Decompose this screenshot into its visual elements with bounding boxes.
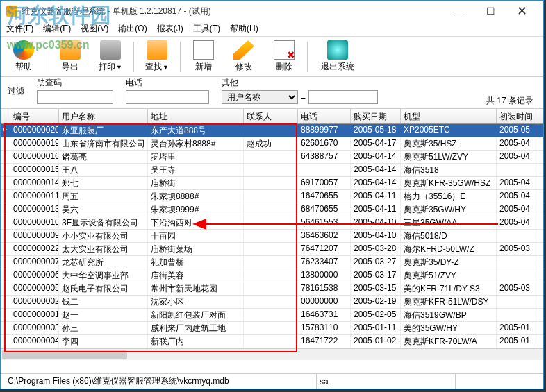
col-inst[interactable]: 初装时间 — [497, 109, 538, 123]
exit-button[interactable]: 退出系统 — [313, 40, 362, 73]
cell-model: 奥克斯35/DY-Z — [401, 256, 497, 269]
cell-model: 海信3518 — [401, 164, 497, 176]
col-tel[interactable]: 电话 — [298, 109, 351, 123]
cell-id: 0000000010 — [10, 216, 59, 229]
cell-contact — [244, 230, 298, 242]
table-row[interactable]: 0000000011周五朱家坝8888#164706552005-04-11格力… — [1, 190, 543, 203]
cell-model: 美的KFR-71L/DY-S3 — [401, 282, 497, 295]
cell-addr: 庙街美容 — [148, 269, 244, 282]
cell-name: 王八 — [59, 164, 148, 176]
export-button[interactable]: 导出 — [53, 40, 88, 73]
table-row[interactable]: 0000000007龙芯研究所礼加曹桥762334072005-03-27奥克斯… — [1, 256, 543, 269]
menu-tools[interactable]: 工具(T) — [193, 23, 220, 35]
cell-addr: 吴王寺 — [148, 164, 244, 176]
window-title: 维克仪器客服管理系统 - 单机版 1.2.120817 - (试用) — [22, 6, 444, 17]
cell-date: 2005-04-10 — [351, 230, 401, 242]
maximize-button[interactable]: ☐ — [475, 1, 506, 21]
edit-button[interactable]: 修改 — [226, 40, 261, 73]
print-button[interactable]: 打印▼ — [93, 40, 128, 73]
add-icon — [193, 40, 214, 60]
cell-id: 0000000016 — [10, 151, 59, 163]
table-row[interactable]: 0000000013吴六朱家坝9999#684706552005-04-11奥克… — [1, 203, 543, 216]
cell-model: 奥克斯35GW/HY — [401, 203, 497, 216]
close-button[interactable]: ✕ — [506, 1, 538, 21]
search-button[interactable]: 查找▼ — [140, 40, 174, 73]
add-button[interactable]: 新增 — [186, 40, 221, 73]
cell-date: 2005-03-28 — [351, 243, 401, 255]
col-model[interactable]: 机型 — [401, 109, 497, 123]
cell-inst: 2005-01 — [497, 335, 538, 348]
cell-date: 2005-03-15 — [351, 282, 401, 295]
cell-name: 李四 — [59, 335, 148, 348]
cell-date: 2005-04-10 — [351, 216, 401, 229]
cell-contact — [244, 243, 298, 255]
search-icon — [147, 40, 167, 60]
table-row[interactable]: 0000000022太大实业有限公司庙桥街菜场764712072005-03-2… — [1, 243, 543, 256]
filter-label: 过滤 — [8, 85, 24, 99]
cell-date: 2005-02-19 — [351, 296, 401, 308]
menu-file[interactable]: 文件(F) — [6, 23, 33, 35]
chevron-down-icon: ▼ — [116, 64, 122, 71]
menu-help[interactable]: 帮助(H) — [230, 23, 258, 35]
cell-id: 0000000014 — [10, 177, 59, 189]
filter-other-select[interactable]: 用户名称 — [222, 90, 298, 104]
table-row[interactable]: 0000000019山东省济南市有限公司灵台孙家村8888#赵成功6260167… — [1, 137, 543, 151]
table-row[interactable]: 0000000006大中华空调事业部庙街美容138000002005-03-17… — [1, 269, 543, 282]
cell-model: 奥克斯KFR-35GW/HSZ — [401, 177, 497, 189]
filter-other-input[interactable] — [308, 90, 378, 104]
table-row[interactable]: 0000000005赵氏电子有限公司常州市新天地花园781615382005-0… — [1, 282, 543, 296]
filter-phone-input[interactable] — [126, 90, 209, 104]
filter-other-label: 其他 — [222, 77, 378, 89]
cell-tel: 68470655 — [298, 203, 351, 216]
table-row[interactable]: 0000000003孙三威利来厂内建筑工地157831102005-01-11美… — [1, 322, 543, 335]
cell-inst: 2005-04 — [497, 190, 538, 203]
cell-name: 3F显示设备有限公司 — [59, 216, 148, 229]
statusbar: C:\Program Files (x86)\维克仪器客服管理系统\vkcrmy… — [1, 373, 543, 389]
cell-tel: 13800000 — [298, 269, 351, 282]
col-date[interactable]: 购买日期 — [351, 109, 401, 123]
scrollbar-thumb[interactable] — [2, 350, 127, 359]
cell-model: 奥克斯KFR-70LW/A — [401, 335, 497, 348]
cell-tel: 69170057 — [298, 177, 351, 189]
table-row[interactable]: 0000000015王八吴王寺2005-04-14海信3518 — [1, 164, 543, 177]
col-addr[interactable]: 地址 — [148, 109, 244, 123]
cell-tel: 36463602 — [298, 230, 351, 242]
cell-name: 小小实业有限公司 — [59, 230, 148, 242]
cell-date: 2005-04-11 — [351, 203, 401, 216]
delete-button[interactable]: 删除 — [267, 40, 301, 73]
cell-addr: 新阳凯红包装厂对面 — [148, 309, 244, 321]
cell-inst — [497, 164, 538, 176]
cell-addr: 朱家坝9999# — [148, 203, 244, 216]
menu-report[interactable]: 报表(J) — [157, 23, 183, 35]
cell-name: 大中华空调事业部 — [59, 269, 148, 282]
col-id[interactable]: 编号 — [10, 109, 59, 123]
chevron-down-icon: ▼ — [163, 64, 169, 71]
cell-id: 0000000003 — [10, 322, 59, 334]
horizontal-scrollbar[interactable] — [1, 348, 543, 360]
menu-view[interactable]: 视图(V) — [81, 23, 108, 35]
table-row[interactable]: 0000000001赵一新阳凯红包装厂对面164637312005-02-05海… — [1, 309, 543, 322]
table-row[interactable]: 0000000016诸葛亮罗塔里643887572005-04-14奥克斯51L… — [1, 151, 543, 164]
table-row[interactable]: 0000000014郑七庙桥街691700572005-04-14奥克斯KFR-… — [1, 177, 543, 190]
col-contact[interactable]: 联系人 — [244, 109, 298, 123]
cell-contact — [244, 282, 298, 295]
menu-edit[interactable]: 编辑(E) — [43, 23, 71, 35]
table-row[interactable]: 00000000103F显示设备有限公司下沿沟西对564615532005-04… — [1, 216, 543, 230]
table-row[interactable]: 0000000002钱二沈家小区000000002005-02-19奥克斯KFR… — [1, 296, 543, 309]
cell-contact — [244, 322, 298, 334]
cell-addr: 常州市新天地花园 — [148, 282, 244, 295]
cell-model: 格力（35516）E — [401, 190, 497, 203]
cell-inst: 2005-04 — [497, 177, 538, 189]
menu-output[interactable]: 输出(O) — [118, 23, 147, 35]
cell-id: 0000000011 — [10, 190, 59, 203]
toolbar: 帮助 导出 打印▼ 查找▼ 新增 修改 删除 退出系统 — [1, 37, 543, 77]
table-row[interactable]: ▸0000000020东亚服装厂东产大道888号888999772005-05-… — [1, 124, 543, 137]
minimize-button[interactable]: — — [444, 1, 475, 21]
cell-id: 0000000009 — [10, 230, 59, 242]
help-button[interactable]: 帮助 — [6, 40, 41, 73]
table-row[interactable]: 0000000009小小实业有限公司十亩园364636022005-04-10海… — [1, 230, 543, 243]
filter-code-input[interactable] — [37, 90, 113, 104]
table-row[interactable]: 0000000004李四新联厂内164717222005-01-02奥克斯KFR… — [1, 335, 543, 348]
col-name[interactable]: 用户名称 — [59, 109, 148, 123]
export-icon — [60, 40, 81, 60]
